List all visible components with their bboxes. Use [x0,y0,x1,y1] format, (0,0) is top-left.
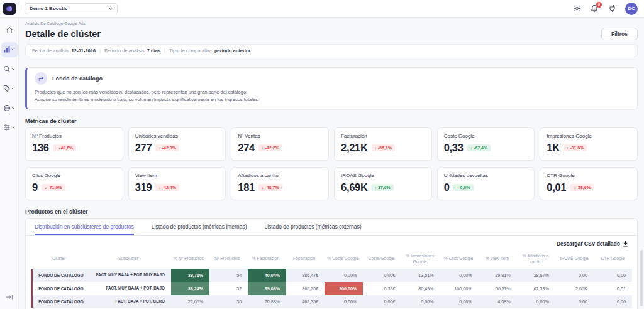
sidebar-item-sliders[interactable] [1,120,18,135]
sidebar-item-globe[interactable] [1,100,18,116]
metric-card: Facturación2,21K↓ -55,1% [334,127,432,161]
metric-label: Coste Google [444,133,528,139]
column-header: % Coste Google [323,250,362,269]
app-logo[interactable] [3,3,16,15]
table-cell: FONDO DE CATÁLOGO [33,269,89,282]
table-row[interactable]: FONDO DE CATÁLOGOFACT. MUY BAJA + POT. M… [31,269,632,282]
table-cell: 39,08% [248,282,286,295]
metric-delta-badge: ↓ -55,1% [372,144,396,151]
table-cell: 86,49% [401,282,440,295]
table-cell: 0,00% [517,295,555,308]
tab-2[interactable]: Listado de productos (métricas internas) [152,219,247,235]
table-cell: 0,00 [555,295,594,308]
table-cell: 38,67% [517,269,555,282]
metric-cards-grid: Nº Productos136↓ -42,6%Unidades vendidas… [25,127,638,200]
table-cell: 38,24% [171,282,209,295]
delta-value: -67,4% [474,146,487,150]
chevron-down-icon [11,68,15,70]
delta-value: -42,4% [162,185,176,190]
metric-delta-badge: ↓ -58,9% [570,184,594,191]
sliders-icon [3,124,11,131]
metric-card: Impresiones Google1K↓ -31,6% [540,127,638,161]
column-header: % Impresiones Google [401,250,439,269]
metric-card: Unidades vendidas277↓ -42,9% [128,127,226,161]
metric-label: Impresiones Google [547,133,631,139]
table-cell: 20,88% [248,295,286,308]
metrics-section-title: Métricas de clúster [25,118,638,124]
metric-delta-badge: ↓ -31,6% [564,144,587,151]
search-icon [3,65,11,73]
table-cell: 54 [209,269,248,282]
metric-value: 9 [32,182,38,193]
meta-separator: | [164,48,165,53]
download-csv-link[interactable]: Descargar CSV detallado [557,241,628,247]
table-cell: 0,00% [325,295,363,308]
metric-label: Nº Ventas [238,133,322,139]
table-cell: FONDO DE CATÁLOGO [33,282,89,295]
tab-3[interactable]: Listado de productos (métricas externas) [264,219,361,235]
column-header: CTR Google [594,250,632,269]
table-cell: 4,08% [479,295,517,308]
metric-delta-badge: ↓ -71,9% [42,184,65,191]
metric-value: 0 [444,182,450,193]
meta-value: período anterior [214,48,251,53]
meta-separator: | [99,48,101,53]
cluster-name: Fondo de catálogo [52,75,103,82]
logo-icon [6,5,13,13]
table-cell: FONDO DE CATÁLOGO [33,295,89,308]
analysis-meta-item: Tipo de comparativa: período anterior [169,48,250,53]
sidebar-item-home[interactable] [1,23,18,38]
table-cell: 40,04% [248,269,286,282]
plug-icon[interactable] [608,4,616,13]
workspace-select[interactable]: Demo 1 Boostic [25,3,118,14]
cluster-description-card: ⇄ Fondo de catálogo Productos que no son… [25,67,638,110]
metric-value: 277 [135,142,152,154]
table-cell: 30 [209,295,248,308]
table-cell: 0,00€ [363,269,401,282]
analysis-meta-item: Fecha de análisis: 12-01-2026 [32,48,96,53]
breadcrumb: Análisis De Catálogo Google Ads [25,21,638,26]
delta-value: -31,6% [570,146,584,150]
metric-label: CTR Google [547,173,631,178]
metric-card: View Item319↓ -42,4% [128,167,226,200]
table-cell: 0,00€ [363,295,401,308]
tab-1[interactable]: Distribución en subclústeres de producto… [35,219,134,235]
subcluster-table: ClústerSubclúster% Nº ProductosNº Produc… [26,250,637,309]
metric-card: Nº Ventas274↓ -42,2% [231,127,329,161]
bell-icon[interactable]: 9 [590,4,599,13]
gear-icon[interactable] [572,4,581,13]
column-header: % View Item [478,250,516,269]
collapse-sidebar-icon[interactable] [6,291,13,303]
chevron-down-icon [11,107,15,109]
sidebar-item-analytics[interactable] [1,42,18,57]
table-cell: FACT. MUY BAJA + POT. BAJO [89,282,171,295]
main-content: Análisis De Catálogo Google Ads Detalle … [19,18,644,309]
delta-value: -58,9% [577,185,591,190]
scrollbar[interactable] [640,250,643,306]
metric-label: Unidades devueltas [444,173,528,178]
sidebar-item-search[interactable] [1,62,18,77]
metric-card: Nº Productos136↓ -42,6% [25,127,123,161]
filters-button[interactable]: Filtros [601,28,638,40]
column-header: % Clics Google [439,250,477,269]
delta-value: -71,9% [48,185,62,190]
metric-card: Añadidos a carrito181↓ -48,7% [231,167,329,200]
table-row[interactable]: FONDO DE CATÁLOGOFACT. MUY BAJA + POT. B… [31,282,632,295]
user-avatar[interactable]: DC [625,3,638,15]
column-header: Subclúster [87,250,169,269]
table-cell: 52 [209,282,248,295]
table-row[interactable]: FONDO DE CATÁLOGOFACT. BAJA + POT. CERO2… [31,295,632,308]
meta-value: 12-01-2026 [72,48,96,53]
products-tabs: Distribución en subclústeres de producto… [26,219,637,236]
metric-delta-badge: ↓ -67,4% [467,144,491,151]
table-cell: FACT. BAJA + POT. CERO [89,295,171,308]
table-cell: 56,11% [479,282,517,295]
chevron-down-icon [11,48,15,51]
download-icon [623,241,628,247]
sidebar-item-tag[interactable] [1,81,18,96]
table-cell: 39,71% [171,269,209,282]
metric-label: tROAS Google [341,173,425,178]
table-cell: 100,00% [440,282,479,295]
metric-delta-badge: ↓ -42,4% [155,184,179,191]
metric-value: 181 [238,182,255,193]
